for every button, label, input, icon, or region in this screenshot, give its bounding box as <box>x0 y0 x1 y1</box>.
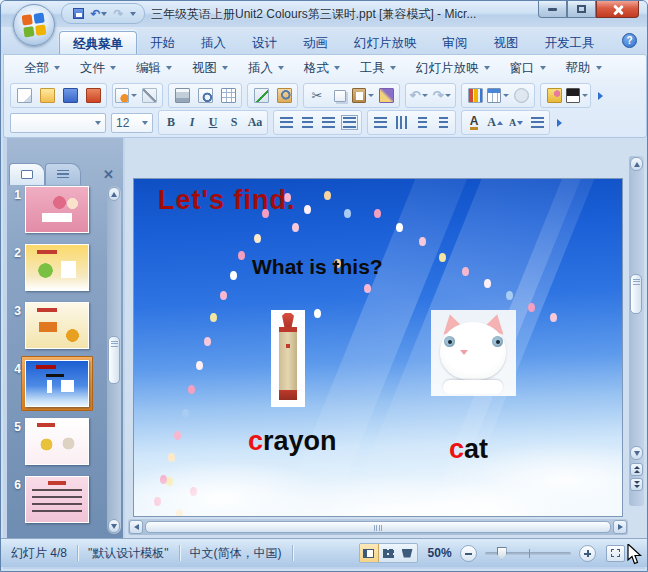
crayon-image[interactable] <box>271 310 305 407</box>
slide-question-text[interactable]: What is this? <box>252 255 383 279</box>
font-size-combo[interactable]: 12 <box>111 113 153 133</box>
zoom-out-button[interactable] <box>460 545 477 562</box>
menu-help[interactable]: 帮助 <box>558 57 610 80</box>
design-template-status[interactable]: "默认设计模板" <box>78 545 179 562</box>
slide-thumbnail-6[interactable] <box>25 476 89 523</box>
undo-toolbar-button[interactable]: ↶ <box>408 85 430 106</box>
insert-table-button[interactable] <box>487 85 509 106</box>
fit-to-window-button[interactable] <box>606 545 625 562</box>
scroll-down-button[interactable] <box>108 519 120 533</box>
menu-format[interactable]: 格式 <box>296 57 348 80</box>
scroll-up-button[interactable] <box>108 187 120 201</box>
tab-design[interactable]: 设计 <box>239 31 290 54</box>
slide-sorter-view-button[interactable] <box>379 544 398 562</box>
zoom-in-button[interactable] <box>579 545 596 562</box>
word-label-cat[interactable]: cat <box>449 434 488 465</box>
font-color-button[interactable]: A <box>464 113 484 133</box>
slide-thumbnail-2[interactable] <box>25 244 89 291</box>
normal-view-button[interactable] <box>360 544 379 562</box>
editor-horizontal-scrollbar[interactable] <box>128 519 628 535</box>
slide-thumbnail-1[interactable] <box>25 186 89 233</box>
scroll-left-button[interactable] <box>129 520 143 534</box>
increase-indent-button[interactable] <box>527 113 547 133</box>
zoom-slider-track[interactable] <box>485 552 571 555</box>
office-button[interactable] <box>13 4 55 46</box>
toolbar-overflow-arrow[interactable] <box>598 92 603 100</box>
menu-edit[interactable]: 编辑 <box>128 57 180 80</box>
tab-slideshow[interactable]: 幻灯片放映 <box>341 31 430 54</box>
tab-outline[interactable] <box>45 163 81 185</box>
align-center-button[interactable] <box>297 113 317 133</box>
scroll-up-button[interactable] <box>630 157 643 171</box>
tab-review[interactable]: 审阅 <box>430 31 481 54</box>
close-button[interactable] <box>596 1 639 18</box>
line-spacing-button[interactable] <box>370 113 390 133</box>
research-button[interactable] <box>273 85 295 106</box>
menu-window[interactable]: 窗口 <box>502 57 554 80</box>
previous-slide-button[interactable] <box>630 463 643 476</box>
editor-vertical-scrollbar[interactable] <box>629 156 644 506</box>
change-case-button[interactable]: Aa <box>245 113 265 133</box>
zoom-slider-thumb[interactable] <box>497 547 507 560</box>
panel-close-button[interactable]: ✕ <box>103 169 114 181</box>
scrollbar-thumb[interactable] <box>630 274 642 314</box>
menu-insert[interactable]: 插入 <box>240 57 292 80</box>
slide-thumbnail-3[interactable] <box>25 302 89 349</box>
italic-button[interactable]: I <box>182 113 202 133</box>
insert-table-grid-button[interactable] <box>217 85 239 106</box>
numbered-list-button[interactable] <box>412 113 432 133</box>
redo-toolbar-button[interactable]: ↷ <box>431 85 453 106</box>
color-grayscale-button[interactable] <box>566 85 588 106</box>
tab-view[interactable]: 视图 <box>481 31 532 54</box>
new-document-button[interactable] <box>13 85 35 106</box>
copy-button[interactable] <box>329 85 351 106</box>
align-left-button[interactable] <box>276 113 296 133</box>
minimize-button[interactable] <box>538 1 567 18</box>
save-button[interactable] <box>70 6 87 22</box>
word-label-crayon[interactable]: crayon <box>248 426 337 457</box>
slide-title-text[interactable]: Let's find. <box>158 185 295 216</box>
menu-file[interactable]: 文件 <box>72 57 124 80</box>
language-status[interactable]: 中文(简体，中国) <box>180 545 292 562</box>
justify-button[interactable] <box>339 113 359 133</box>
tab-insert[interactable]: 插入 <box>188 31 239 54</box>
bold-button[interactable]: B <box>161 113 181 133</box>
slide-thumbnail-5[interactable] <box>25 418 89 465</box>
bullet-list-button[interactable] <box>433 113 453 133</box>
scrollbar-thumb[interactable] <box>145 521 611 533</box>
text-direction-button[interactable] <box>391 113 411 133</box>
restore-button[interactable] <box>567 1 596 18</box>
scrollbar-thumb[interactable] <box>108 336 120 384</box>
insert-hyperlink-button[interactable] <box>510 85 532 106</box>
help-button[interactable]: ? <box>622 33 637 48</box>
panel-scrollbar[interactable] <box>107 186 121 534</box>
slide-canvas[interactable]: Let's find. What is this? c <box>134 179 622 516</box>
menu-view[interactable]: 视图 <box>184 57 236 80</box>
font-name-combo[interactable] <box>10 113 106 133</box>
underline-button[interactable]: U <box>203 113 223 133</box>
permission-button[interactable] <box>115 85 137 106</box>
zoom-level-label[interactable]: 50% <box>428 546 452 560</box>
slideshow-view-button[interactable] <box>398 544 417 562</box>
format-painter-button[interactable] <box>375 85 397 106</box>
shrink-font-button[interactable]: A <box>506 113 526 133</box>
align-right-button[interactable] <box>318 113 338 133</box>
customize-qat-caret[interactable] <box>130 12 136 16</box>
scroll-right-button[interactable] <box>613 520 627 534</box>
export-presentation-button[interactable] <box>82 85 104 106</box>
menu-tools[interactable]: 工具 <box>352 57 404 80</box>
insert-chart-button[interactable] <box>464 85 486 106</box>
print-button[interactable] <box>171 85 193 106</box>
undo-dropdown-caret[interactable] <box>101 12 107 16</box>
grow-font-button[interactable]: A <box>485 113 505 133</box>
save-toolbar-button[interactable] <box>59 85 81 106</box>
toolbar-overflow-arrow[interactable] <box>557 119 562 127</box>
attach-file-button[interactable] <box>138 85 160 106</box>
print-preview-button[interactable] <box>194 85 216 106</box>
menu-slideshow[interactable]: 幻灯片放映 <box>408 57 498 80</box>
undo-button[interactable]: ↶ <box>90 6 107 22</box>
strikethrough-button[interactable]: S <box>224 113 244 133</box>
cut-button[interactable]: ✂ <box>306 85 328 106</box>
tab-animations[interactable]: 动画 <box>290 31 341 54</box>
tab-developer[interactable]: 开发工具 <box>532 31 608 54</box>
